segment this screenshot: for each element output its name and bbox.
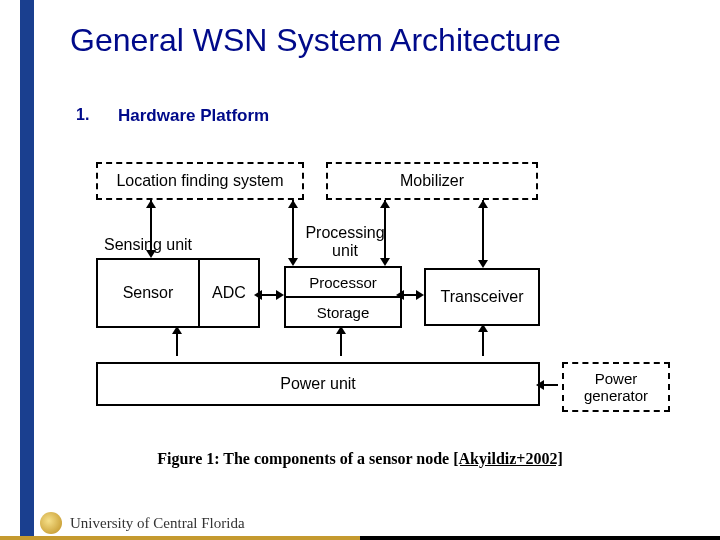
ucf-logo-icon xyxy=(40,512,62,534)
arrowhead xyxy=(288,258,298,266)
arrowhead xyxy=(146,200,156,208)
arrowhead xyxy=(288,200,298,208)
caption-citation: [Akyildiz+2002] xyxy=(453,450,563,467)
cell-sensor: Sensor xyxy=(98,260,200,326)
arrowhead xyxy=(172,326,182,334)
arrowhead xyxy=(336,326,346,334)
box-power-generator: Power generator xyxy=(562,362,670,412)
box-sensing-unit: Sensor ADC xyxy=(96,258,260,328)
cell-processor: Processor xyxy=(286,268,400,296)
arrowhead xyxy=(536,380,544,390)
figure-caption: Figure 1: The components of a sensor nod… xyxy=(0,450,720,468)
arrowhead xyxy=(478,324,488,332)
arrowhead xyxy=(478,260,488,268)
arrowhead xyxy=(416,290,424,300)
cell-storage: Storage xyxy=(286,296,400,326)
footer-bar xyxy=(0,536,720,540)
arrowhead xyxy=(478,200,488,208)
arrowhead xyxy=(396,290,404,300)
arrowhead xyxy=(146,250,156,258)
arrow xyxy=(292,200,294,258)
footer: University of Central Florida xyxy=(0,506,720,540)
arrowhead xyxy=(380,258,390,266)
arrowhead xyxy=(380,200,390,208)
box-mobilizer: Mobilizer xyxy=(326,162,538,200)
arrow xyxy=(542,384,558,386)
arrowhead xyxy=(254,290,262,300)
box-transceiver: Transceiver xyxy=(424,268,540,326)
arrowhead xyxy=(276,290,284,300)
cell-adc: ADC xyxy=(200,260,258,326)
caption-text: Figure 1: The components of a sensor nod… xyxy=(157,450,449,467)
list-label: Hardware Platform xyxy=(118,106,269,126)
box-power-unit: Power unit xyxy=(96,362,540,406)
page-title: General WSN System Architecture xyxy=(70,22,561,59)
list-number: 1. xyxy=(76,106,89,124)
university-name: University of Central Florida xyxy=(70,515,245,532)
arrow xyxy=(482,200,484,260)
box-location-finding: Location finding system xyxy=(96,162,304,200)
box-processing-unit: Processor Storage xyxy=(284,266,402,328)
arrow xyxy=(384,200,386,258)
